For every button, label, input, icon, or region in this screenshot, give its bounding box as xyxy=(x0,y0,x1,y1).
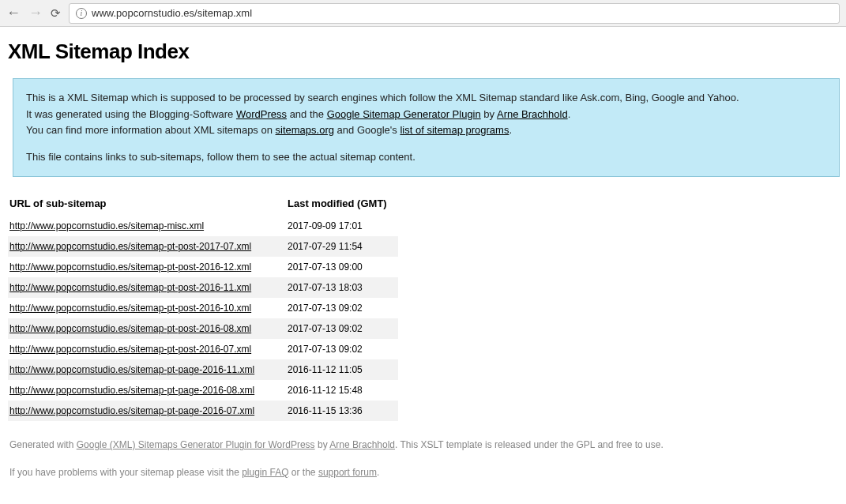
last-modified-cell: 2016-11-12 15:48 xyxy=(286,380,398,401)
sub-sitemap-link[interactable]: http://www.popcornstudio.es/sitemap-pt-p… xyxy=(9,303,251,314)
info-line-2: It was generated using the Blogging-Soft… xyxy=(26,107,826,122)
table-row: http://www.popcornstudio.es/sitemap-pt-p… xyxy=(8,277,398,298)
table-row: http://www.popcornstudio.es/sitemap-pt-p… xyxy=(8,359,398,380)
last-modified-cell: 2016-11-12 11:05 xyxy=(286,359,398,380)
sub-sitemap-link[interactable]: http://www.popcornstudio.es/sitemap-pt-p… xyxy=(9,323,251,334)
wordpress-link[interactable]: WordPress xyxy=(236,108,287,120)
table-row: http://www.popcornstudio.es/sitemap-pt-p… xyxy=(8,380,398,401)
table-row: http://www.popcornstudio.es/sitemap-pt-p… xyxy=(8,236,398,257)
last-modified-cell: 2017-07-29 11:54 xyxy=(286,236,398,257)
sub-sitemap-link[interactable]: http://www.popcornstudio.es/sitemap-pt-p… xyxy=(9,364,254,375)
generator-plugin-link[interactable]: Google (XML) Sitemaps Generator Plugin f… xyxy=(77,439,315,450)
last-modified-cell: 2017-07-13 09:02 xyxy=(286,318,398,339)
page-title: XML Sitemap Index xyxy=(8,39,840,64)
back-button[interactable]: ← xyxy=(6,5,21,21)
address-bar-url: www.popcornstudio.es/sitemap.xml xyxy=(92,7,252,19)
last-modified-cell: 2017-07-13 09:02 xyxy=(286,298,398,318)
page-content: XML Sitemap Index This is a XML Sitemap … xyxy=(0,27,846,504)
plugin-link[interactable]: Google Sitemap Generator Plugin xyxy=(327,108,481,120)
browser-toolbar: ← → ⟳ i www.popcornstudio.es/sitemap.xml xyxy=(0,0,846,27)
footer-author-link[interactable]: Arne Brachhold xyxy=(329,439,395,450)
info-line-4: This file contains links to sub-sitemaps… xyxy=(26,149,826,165)
table-row: http://www.popcornstudio.es/sitemap-pt-p… xyxy=(8,298,398,318)
footer-generated: Generated with Google (XML) Sitemaps Gen… xyxy=(9,438,840,452)
support-forum-link[interactable]: support forum xyxy=(318,467,377,478)
sitemaps-org-link[interactable]: sitemaps.org xyxy=(276,124,334,136)
footer-problems: If you have problems with your sitemap p… xyxy=(9,466,840,480)
author-link[interactable]: Arne Brachhold xyxy=(497,108,568,120)
last-modified-cell: 2017-07-13 09:00 xyxy=(286,257,398,277)
forward-button[interactable]: → xyxy=(28,5,43,21)
last-modified-cell: 2017-07-13 18:03 xyxy=(286,277,398,298)
col-header-modified: Last modified (GMT) xyxy=(286,193,398,216)
table-row: http://www.popcornstudio.es/sitemap-pt-p… xyxy=(8,318,398,339)
info-line-1: This is a XML Sitemap which is supposed … xyxy=(26,90,826,106)
last-modified-cell: 2016-11-15 13:36 xyxy=(286,401,398,421)
last-modified-cell: 2017-07-13 09:02 xyxy=(286,339,398,359)
sub-sitemap-link[interactable]: http://www.popcornstudio.es/sitemap-pt-p… xyxy=(9,385,254,396)
table-row: http://www.popcornstudio.es/sitemap-misc… xyxy=(8,216,398,236)
sub-sitemap-link[interactable]: http://www.popcornstudio.es/sitemap-misc… xyxy=(9,220,204,231)
last-modified-cell: 2017-09-09 17:01 xyxy=(286,216,398,236)
reload-button[interactable]: ⟳ xyxy=(51,6,61,21)
plugin-faq-link[interactable]: plugin FAQ xyxy=(242,467,288,478)
col-header-url: URL of sub-sitemap xyxy=(8,193,286,216)
sitemap-table: URL of sub-sitemap Last modified (GMT) h… xyxy=(8,193,398,421)
sub-sitemap-link[interactable]: http://www.popcornstudio.es/sitemap-pt-p… xyxy=(9,344,251,355)
site-info-icon[interactable]: i xyxy=(76,8,87,19)
sub-sitemap-link[interactable]: http://www.popcornstudio.es/sitemap-pt-p… xyxy=(9,282,251,293)
sub-sitemap-link[interactable]: http://www.popcornstudio.es/sitemap-pt-p… xyxy=(9,405,254,416)
table-row: http://www.popcornstudio.es/sitemap-pt-p… xyxy=(8,257,398,277)
sub-sitemap-link[interactable]: http://www.popcornstudio.es/sitemap-pt-p… xyxy=(9,241,251,252)
footer: Generated with Google (XML) Sitemaps Gen… xyxy=(9,438,840,480)
table-row: http://www.popcornstudio.es/sitemap-pt-p… xyxy=(8,339,398,359)
sitemap-programs-link[interactable]: list of sitemap programs xyxy=(400,124,509,136)
info-line-3: You can find more information about XML … xyxy=(26,122,826,138)
address-bar[interactable]: i www.popcornstudio.es/sitemap.xml xyxy=(69,3,840,24)
table-row: http://www.popcornstudio.es/sitemap-pt-p… xyxy=(8,401,398,421)
sub-sitemap-link[interactable]: http://www.popcornstudio.es/sitemap-pt-p… xyxy=(9,261,251,273)
info-box: This is a XML Sitemap which is supposed … xyxy=(13,78,840,177)
